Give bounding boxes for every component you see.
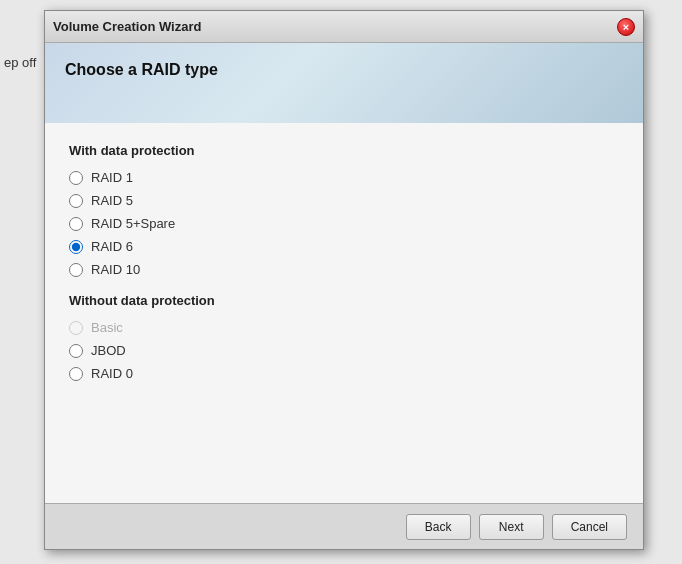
radio-label-raid5spare: RAID 5+Spare — [91, 216, 175, 231]
radio-group-without-protection: Basic JBOD RAID 0 — [69, 320, 619, 381]
radio-group-with-protection: RAID 1 RAID 5 RAID 5+Spare RAID 6 RAID 1… — [69, 170, 619, 277]
back-button[interactable]: Back — [406, 514, 471, 540]
dialog-title-bar: Volume Creation Wizard × — [45, 11, 643, 43]
radio-item-basic[interactable]: Basic — [69, 320, 619, 335]
dialog-heading: Choose a RAID type — [65, 61, 218, 79]
radio-label-raid0: RAID 0 — [91, 366, 133, 381]
radio-label-raid5: RAID 5 — [91, 193, 133, 208]
next-button[interactable]: Next — [479, 514, 544, 540]
radio-basic[interactable] — [69, 321, 83, 335]
radio-item-raid0[interactable]: RAID 0 — [69, 366, 619, 381]
close-button[interactable]: × — [617, 18, 635, 36]
radio-item-raid5spare[interactable]: RAID 5+Spare — [69, 216, 619, 231]
dialog-footer: Back Next Cancel — [45, 503, 643, 549]
radio-raid1[interactable] — [69, 171, 83, 185]
radio-label-raid10: RAID 10 — [91, 262, 140, 277]
dialog-content: With data protection RAID 1 RAID 5 RAID … — [45, 123, 643, 503]
radio-item-raid10[interactable]: RAID 10 — [69, 262, 619, 277]
radio-item-raid1[interactable]: RAID 1 — [69, 170, 619, 185]
radio-raid0[interactable] — [69, 367, 83, 381]
dialog-header: Choose a RAID type — [45, 43, 643, 123]
radio-raid5[interactable] — [69, 194, 83, 208]
section-title-with-protection: With data protection — [69, 143, 619, 158]
cancel-button[interactable]: Cancel — [552, 514, 627, 540]
radio-jbod[interactable] — [69, 344, 83, 358]
radio-label-jbod: JBOD — [91, 343, 126, 358]
volume-creation-wizard-dialog: Volume Creation Wizard × Choose a RAID t… — [44, 10, 644, 550]
dialog-title: Volume Creation Wizard — [53, 19, 201, 34]
radio-raid5spare[interactable] — [69, 217, 83, 231]
radio-label-raid1: RAID 1 — [91, 170, 133, 185]
radio-item-jbod[interactable]: JBOD — [69, 343, 619, 358]
radio-item-raid5[interactable]: RAID 5 — [69, 193, 619, 208]
radio-item-raid6[interactable]: RAID 6 — [69, 239, 619, 254]
radio-label-basic: Basic — [91, 320, 123, 335]
sidebar-label: ep off — [0, 51, 47, 74]
section-title-without-protection: Without data protection — [69, 293, 619, 308]
radio-label-raid6: RAID 6 — [91, 239, 133, 254]
radio-raid6[interactable] — [69, 240, 83, 254]
radio-raid10[interactable] — [69, 263, 83, 277]
